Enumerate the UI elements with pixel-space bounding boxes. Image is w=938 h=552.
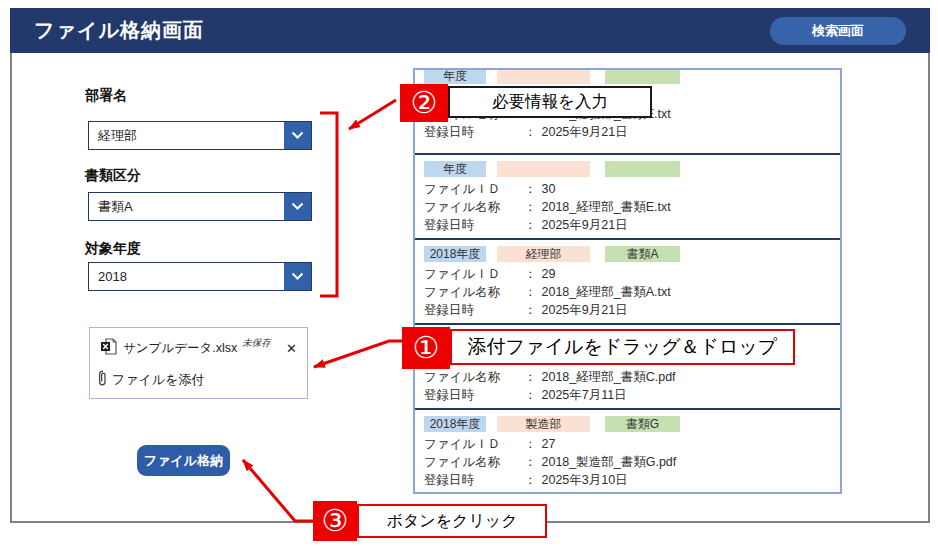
category-tag: 書類G — [605, 416, 680, 432]
step2-annotation: 必要情報を入力 — [448, 86, 652, 118]
category-tag — [605, 161, 680, 177]
chevron-down-icon[interactable] — [284, 193, 311, 220]
page-title: ファイル格納画面 — [34, 17, 204, 44]
attached-file-name: サンプルデータ.xlsx — [123, 340, 237, 357]
reg-date-value: 2025年3月10日 — [542, 471, 628, 489]
chevron-down-icon[interactable] — [284, 263, 311, 290]
reg-date-label: 登録日時 — [424, 123, 524, 141]
attachment-dropzone[interactable]: サンプルデータ.xlsx 未保存 ✕ ファイルを添付 — [89, 327, 308, 399]
category-tag: 書類A — [605, 246, 680, 262]
search-screen-button[interactable]: 検索画面 — [770, 17, 906, 45]
department-value: 経理部 — [89, 122, 284, 149]
department-tag: 経理部 — [497, 246, 590, 262]
reg-date-value: 2025年9月21日 — [542, 216, 628, 234]
tag-row: 2018年度 製造部 書類G — [424, 416, 840, 432]
reg-date-value: 2025年7月11日 — [542, 386, 627, 404]
reg-date-label: 登録日時 — [424, 386, 524, 404]
step2-number-badge: ② — [400, 84, 448, 122]
step1-annotation: 添付ファイルをドラッグ＆ドロップ — [450, 329, 795, 365]
tag-row: 2018年度 経理部 書類A — [424, 246, 840, 262]
reg-date-label: 登録日時 — [424, 301, 524, 319]
file-id-label: ファイルＩＤ — [424, 180, 524, 198]
file-id-label: ファイルＩＤ — [424, 265, 524, 283]
header-bar: ファイル格納画面 検索画面 — [10, 8, 930, 53]
file-list-item[interactable]: 年度 ファイルＩＤ：30 ファイル名称：2018_経理部_書類E.txt 登録日… — [415, 155, 840, 240]
chevron-down-icon[interactable] — [284, 122, 311, 149]
year-tag: 2018年度 — [424, 246, 486, 262]
file-name-label: ファイル名称 — [424, 283, 524, 301]
attach-file-label: ファイルを添付 — [112, 371, 205, 389]
file-store-button[interactable]: ファイル格納 — [137, 445, 230, 476]
file-name-value: 2018_経理部_書類E.txt — [542, 198, 671, 216]
reg-date-label: 登録日時 — [424, 471, 524, 489]
department-label: 部署名 — [85, 87, 127, 105]
unsaved-status: 未保存 — [242, 337, 271, 350]
year-tag: 年度 — [424, 161, 486, 177]
paperclip-icon — [98, 370, 108, 390]
reg-date-value: 2025年9月21日 — [542, 123, 628, 141]
department-dropdown[interactable]: 経理部 — [88, 121, 312, 150]
category-tag — [605, 68, 680, 84]
target-year-label: 対象年度 — [85, 240, 141, 258]
tag-row: 年度 — [424, 161, 840, 177]
year-tag: 2018年度 — [424, 416, 486, 432]
department-tag — [497, 68, 590, 84]
file-name-label: ファイル名称 — [424, 198, 524, 216]
file-id-value: 27 — [542, 435, 556, 453]
attach-file-button[interactable]: ファイルを添付 — [98, 370, 297, 390]
step3-annotation: ボタンをクリック — [357, 504, 547, 538]
step3-number-badge: ③ — [313, 501, 357, 541]
file-id-label: ファイルＩＤ — [424, 435, 524, 453]
attached-file-row: サンプルデータ.xlsx 未保存 ✕ — [100, 338, 297, 359]
file-id-value: 30 — [542, 180, 556, 198]
doc-category-label: 書類区分 — [85, 167, 141, 185]
year-tag: 年度 — [424, 68, 486, 84]
file-name-label: ファイル名称 — [424, 453, 524, 471]
tag-row: 年度 — [424, 68, 840, 84]
reg-date-label: 登録日時 — [424, 216, 524, 234]
reg-date-value: 2025年9月21日 — [542, 301, 628, 319]
file-name-label: ファイル名称 — [424, 368, 524, 386]
target-year-value: 2018 — [89, 263, 284, 290]
excel-file-icon — [100, 338, 117, 359]
file-name-value: 2018_経理部_書類A.txt — [542, 283, 671, 301]
file-name-value: 2018_経理部_書類C.pdf — [542, 368, 676, 386]
target-year-dropdown[interactable]: 2018 — [88, 262, 312, 291]
file-list-item[interactable]: 2018年度 経理部 書類A ファイルＩＤ：29 ファイル名称：2018_経理部… — [415, 240, 840, 325]
file-list-panel: 年度 ファイルＩＤ： ファイル名称：2018_総務部_書類E.txt 登録日時：… — [413, 68, 842, 494]
step1-number-badge: ① — [402, 327, 450, 369]
file-storage-screen: ファイル格納画面 検索画面 部署名 経理部 書類区分 書類A 対象年度 2018 — [0, 0, 938, 552]
department-tag: 製造部 — [497, 416, 590, 432]
doc-category-value: 書類A — [89, 193, 284, 220]
close-icon[interactable]: ✕ — [286, 341, 297, 356]
department-tag — [497, 161, 590, 177]
file-list-item[interactable]: 2018年度 製造部 書類G ファイルＩＤ：27 ファイル名称：2018_製造部… — [415, 410, 840, 491]
file-name-value: 2018_製造部_書類G.pdf — [542, 453, 677, 471]
file-id-value: 29 — [542, 265, 556, 283]
doc-category-dropdown[interactable]: 書類A — [88, 192, 312, 221]
